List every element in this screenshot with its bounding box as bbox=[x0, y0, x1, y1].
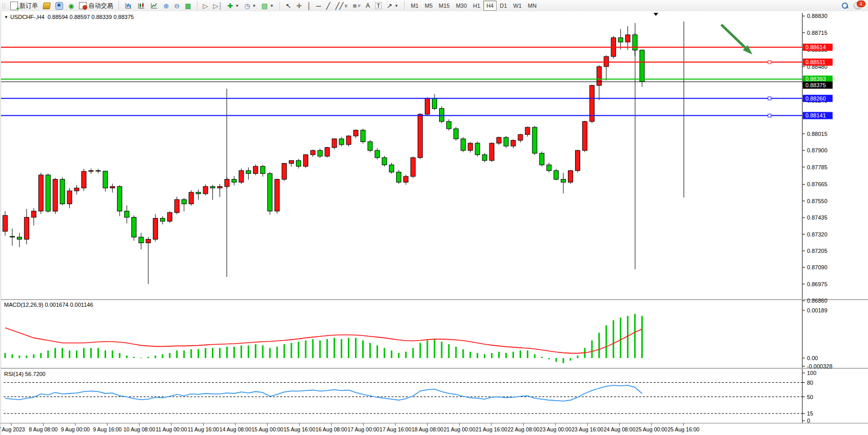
candle bbox=[361, 130, 365, 142]
price-tick-label: 0.87090 bbox=[807, 264, 827, 270]
new-order-icon bbox=[10, 2, 18, 10]
line-handle[interactable] bbox=[768, 61, 771, 64]
crosshair-tool-button[interactable]: ✛ bbox=[294, 0, 305, 11]
indicators-icon: ✚ bbox=[227, 3, 233, 9]
timeframe-button-m15[interactable]: M15 bbox=[436, 1, 452, 11]
auto-scroll-button[interactable]: ▷ bbox=[201, 0, 211, 11]
candle bbox=[375, 150, 380, 157]
timeframe-button-m5[interactable]: M5 bbox=[422, 1, 436, 11]
tile-windows-icon: ▦ bbox=[185, 3, 191, 9]
chevron-down-icon: ▼ bbox=[270, 4, 274, 8]
chart-canvas[interactable]: 0.888300.887150.885950.884800.883600.882… bbox=[0, 11, 868, 435]
hline-tool-button[interactable]: ─ bbox=[314, 0, 324, 11]
text-label-icon: T bbox=[375, 2, 382, 9]
symbol-title: ▼USDCHF-,H4 0.88594 0.88597 0.88339 0.88… bbox=[4, 14, 134, 20]
toolbar-separator bbox=[404, 1, 405, 10]
time-tick-label: 21 Aug 16:00 bbox=[476, 426, 507, 432]
candle bbox=[182, 200, 186, 204]
line-handle[interactable] bbox=[768, 97, 771, 100]
candle bbox=[268, 173, 272, 211]
styler-button[interactable] bbox=[41, 0, 53, 11]
toolbar-separator bbox=[280, 1, 280, 10]
time-tick-label: 7 Aug 2023 bbox=[0, 426, 25, 432]
candle bbox=[332, 139, 337, 148]
price-tick-label: 0.86860 bbox=[807, 298, 827, 304]
pane-separator[interactable] bbox=[1, 299, 868, 300]
signals-button[interactable]: ◉ bbox=[66, 0, 76, 11]
timeframe-group: M1M5M15M30H1H4D1W1MN bbox=[406, 0, 541, 11]
vline-tool-button[interactable]: │ bbox=[304, 0, 313, 11]
line-chart-mode-button[interactable] bbox=[148, 0, 161, 11]
candle bbox=[339, 139, 344, 145]
notifications-button[interactable]: 1 bbox=[851, 0, 868, 11]
zoom-in-button[interactable]: ⊕ bbox=[161, 0, 171, 11]
bar-open: 0.88594 bbox=[48, 14, 68, 20]
line-handle[interactable] bbox=[768, 114, 771, 117]
candle bbox=[554, 171, 559, 180]
templates-button[interactable]: ▤▼ bbox=[259, 0, 276, 11]
candle bbox=[582, 122, 587, 150]
timeframe-button-m30[interactable]: M30 bbox=[453, 1, 470, 11]
candle bbox=[382, 157, 387, 165]
text-tool-icon: A bbox=[366, 2, 370, 9]
bar-chart-mode-button[interactable] bbox=[122, 0, 135, 11]
candle bbox=[604, 56, 608, 67]
timeframe-button-m1[interactable]: M1 bbox=[408, 1, 422, 11]
time-tick-label: 10 Aug 08:00 bbox=[124, 426, 155, 432]
candle bbox=[532, 127, 537, 153]
bar-close: 0.88375 bbox=[113, 14, 134, 20]
candlestick-mode-button[interactable] bbox=[135, 0, 148, 11]
price-tick-label: 0.87785 bbox=[807, 164, 827, 170]
chart-shift-button[interactable]: ▷┊ bbox=[211, 0, 225, 11]
candle bbox=[547, 165, 551, 170]
price-badge-label: 0.88393 bbox=[805, 76, 826, 82]
candle bbox=[303, 155, 308, 167]
time-tick-label: 16 Aug 08:00 bbox=[315, 426, 347, 432]
search-button[interactable] bbox=[839, 0, 851, 11]
candle bbox=[353, 130, 358, 136]
candle bbox=[310, 150, 315, 154]
candle bbox=[10, 236, 14, 237]
text-tool-button[interactable]: A bbox=[363, 0, 372, 11]
text-label-tool-button[interactable]: T bbox=[372, 0, 384, 11]
new-order-button[interactable]: 新订单 bbox=[8, 0, 41, 11]
price-tick-label: 0.87665 bbox=[807, 181, 827, 187]
trendline-tool-button[interactable]: ╱ bbox=[324, 0, 333, 11]
candle bbox=[3, 215, 8, 231]
indicators-button[interactable]: ✚▼ bbox=[225, 0, 242, 11]
candle bbox=[146, 239, 151, 243]
arrows-tool-button[interactable]: ↗▼ bbox=[384, 0, 401, 11]
candlestick-icon bbox=[137, 2, 145, 9]
periods-button[interactable]: ◷▼ bbox=[242, 0, 259, 11]
timeframe-button-w1[interactable]: W1 bbox=[510, 1, 525, 11]
timeframe-button-h1[interactable]: H1 bbox=[470, 1, 483, 11]
toolbar-grip[interactable]: ┆┆ bbox=[0, 3, 6, 9]
time-tick-label: 17 Aug 00:00 bbox=[347, 426, 379, 432]
fibonacci-tool-button[interactable]: ≡F bbox=[350, 0, 363, 11]
autotrading-button[interactable]: 自动交易 bbox=[76, 0, 115, 11]
tile-windows-button[interactable]: ▦ bbox=[182, 0, 193, 11]
cursor-tool-button[interactable]: ↖ bbox=[283, 0, 294, 11]
zoom-out-icon: ⊖ bbox=[174, 3, 180, 9]
candle bbox=[446, 122, 451, 129]
time-tick-label: 15 Aug 00:00 bbox=[251, 426, 283, 432]
candle bbox=[67, 191, 72, 204]
zoom-out-button[interactable]: ⊖ bbox=[171, 0, 182, 11]
candle bbox=[196, 192, 201, 194]
price-tick-label: 0.86975 bbox=[807, 281, 827, 287]
time-tick-label: 15 Aug 16:00 bbox=[284, 426, 315, 432]
candle bbox=[518, 134, 523, 140]
channel-tool-button[interactable]: ╱╱E bbox=[333, 0, 350, 11]
pane-separator[interactable] bbox=[1, 368, 868, 369]
timeframe-button-h4[interactable]: H4 bbox=[483, 1, 497, 11]
timeframe-button-d1[interactable]: D1 bbox=[497, 1, 510, 11]
timeframe-button-mn[interactable]: MN bbox=[525, 1, 540, 11]
candle bbox=[346, 136, 351, 145]
profiles-button[interactable] bbox=[53, 0, 66, 11]
candle bbox=[489, 143, 494, 161]
time-tick-label: 18 Aug 08:00 bbox=[411, 426, 443, 432]
candle bbox=[210, 187, 215, 188]
candle bbox=[282, 164, 287, 180]
time-tick-label: 9 Aug 00:00 bbox=[61, 426, 90, 432]
candle bbox=[53, 180, 57, 211]
